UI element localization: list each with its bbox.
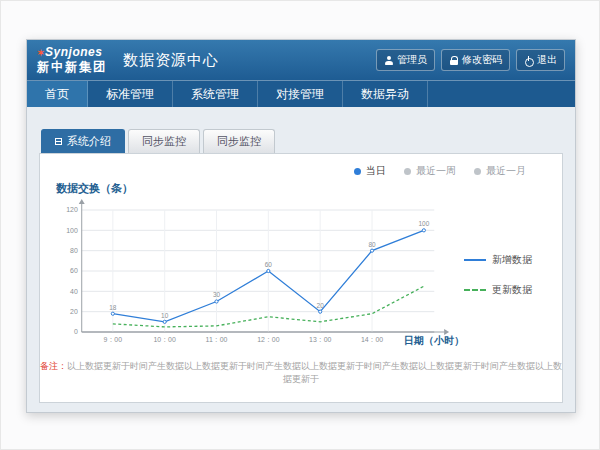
desktop-background: ✶Synjones 新中新集团 数据资源中心 管理员 修改密码 退出 [0,0,600,450]
svg-text:0: 0 [74,328,78,335]
filter-last-month[interactable]: 最近一月 [474,164,526,178]
main-nav: 首页 标准管理 系统管理 对接管理 数据异动 [27,80,575,107]
chart-row: 0204060801001209：0010：0011：0012：0013：001… [54,196,548,354]
svg-text:100: 100 [66,227,78,234]
legend-dot-icon [404,168,411,175]
tab-system-intro[interactable]: 系统介绍 [41,129,125,153]
svg-text:18: 18 [109,304,117,311]
svg-text:10: 10 [161,312,169,319]
change-password-button[interactable]: 修改密码 [441,49,510,71]
nav-item-system-mgmt[interactable]: 系统管理 [173,81,258,107]
range-filters: 当日 最近一周 最近一月 [54,162,548,178]
svg-text:20: 20 [317,302,325,309]
svg-text:80: 80 [70,247,78,254]
header-actions: 管理员 修改密码 退出 [376,49,565,71]
tab-sync-monitor-1[interactable]: 同步监控 [128,129,200,153]
note-text: 以上数据更新于时间产生数据以上数据更新于时间产生数据以上数据更新于时间产生数据以… [67,361,562,384]
svg-text:9：00: 9：00 [104,336,123,343]
solid-line-icon [464,259,486,261]
admin-button[interactable]: 管理员 [376,49,435,71]
svg-text:10：00: 10：00 [154,336,176,343]
filter-last-week[interactable]: 最近一周 [404,164,456,178]
logout-button[interactable]: 退出 [516,49,565,71]
note-label: 备注： [40,361,67,371]
brand-logo: ✶Synjones 新中新集团 [37,46,107,74]
power-icon [524,56,533,65]
logo-spark-icon: ✶ [37,48,45,58]
x-axis-title: 日期（小时） [404,334,464,348]
content-area: 系统介绍 同步监控 同步监控 当日 最近一周 [27,107,575,412]
legend-update-data[interactable]: 更新数据 [464,283,548,297]
brand-name: ✶Synjones [37,46,107,60]
svg-text:80: 80 [368,241,376,248]
nav-item-standard-mgmt[interactable]: 标准管理 [88,81,173,107]
nav-item-home[interactable]: 首页 [27,81,88,107]
company-name: 新中新集团 [37,60,107,74]
footer-note: 备注：以上数据更新于时间产生数据以上数据更新于时间产生数据以上数据更新于时间产生… [40,360,562,386]
legend-dot-icon [354,168,361,175]
tab-sync-monitor-2[interactable]: 同步监控 [203,129,275,153]
app-title: 数据资源中心 [123,51,219,70]
legend-dot-icon [474,168,481,175]
nav-item-data-change[interactable]: 数据异动 [343,81,428,107]
app-window: ✶Synjones 新中新集团 数据资源中心 管理员 修改密码 退出 [26,39,576,413]
svg-text:40: 40 [70,288,78,295]
svg-text:30: 30 [213,291,221,298]
person-icon [384,56,393,65]
svg-text:12：00: 12：00 [257,336,279,343]
y-axis-title: 数据交换（条） [56,181,548,196]
app-header: ✶Synjones 新中新集团 数据资源中心 管理员 修改密码 退出 [27,40,575,80]
svg-text:60: 60 [70,267,78,274]
legend-new-data[interactable]: 新增数据 [464,253,548,267]
grid-icon [55,138,62,145]
chart-panel: 当日 最近一周 最近一月 数据交换（条） 0204060801001209：00… [39,153,563,403]
svg-text:11：00: 11：00 [206,336,228,343]
series-legend: 新增数据 更新数据 [460,253,548,297]
tab-bar: 系统介绍 同步监控 同步监控 [39,129,563,153]
svg-text:20: 20 [70,308,78,315]
lock-icon [449,56,458,65]
svg-text:120: 120 [66,206,78,213]
svg-text:13：00: 13：00 [309,336,331,343]
line-chart: 0204060801001209：0010：0011：0012：0013：001… [54,196,460,354]
dashed-line-icon [464,289,486,291]
filter-today[interactable]: 当日 [354,164,386,178]
nav-item-interface-mgmt[interactable]: 对接管理 [258,81,343,107]
svg-text:14：00: 14：00 [361,336,383,343]
chart-wrap: 0204060801001209：0010：0011：0012：0013：001… [54,196,460,354]
svg-text:60: 60 [265,261,273,268]
svg-text:100: 100 [419,220,430,227]
